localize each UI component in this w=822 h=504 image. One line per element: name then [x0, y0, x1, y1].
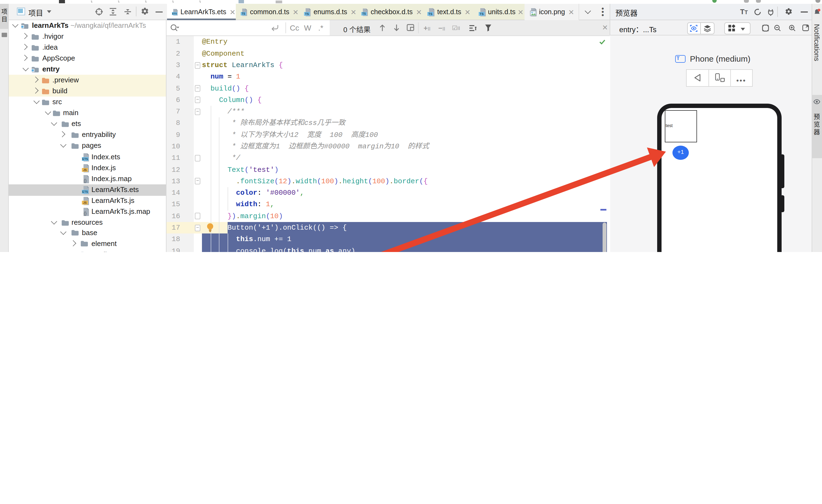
- svg-text:ETS: ETS: [82, 157, 88, 161]
- svg-text:TS: TS: [305, 12, 309, 15]
- svg-text:TS: TS: [362, 12, 366, 15]
- svg-text:ETS: ETS: [172, 12, 177, 15]
- svg-text:TS: TS: [428, 12, 433, 15]
- svg-text:TS: TS: [480, 12, 484, 15]
- svg-text:JS: JS: [83, 201, 86, 204]
- svg-text:{}: {}: [84, 178, 87, 183]
- svg-text:{}: {}: [84, 211, 87, 215]
- svg-text:ETS: ETS: [82, 190, 88, 193]
- svg-text:JS: JS: [83, 168, 86, 172]
- svg-text:TS: TS: [242, 12, 245, 15]
